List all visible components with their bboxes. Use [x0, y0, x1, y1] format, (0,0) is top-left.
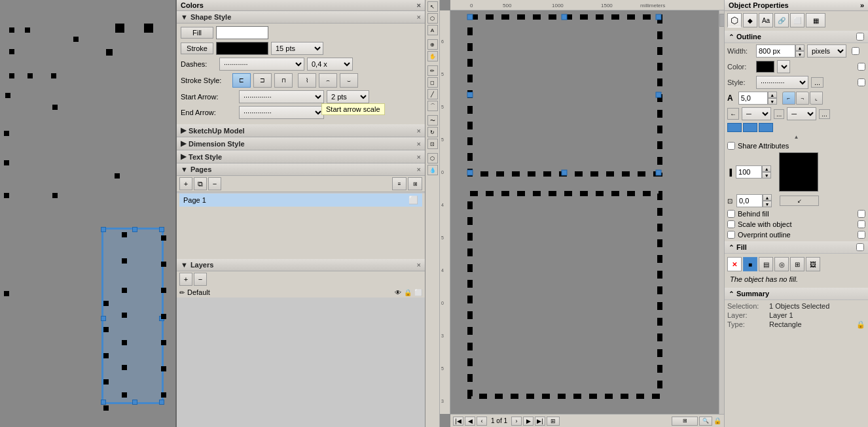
stroke-style-btn-2[interactable]: ⊐	[253, 73, 272, 88]
nav-expand-btn[interactable]: ⊞	[547, 417, 560, 426]
tool-freehand[interactable]: 〜	[427, 115, 438, 126]
right-panel-collapse[interactable]: »	[860, 1, 864, 9]
tab-link[interactable]: 🔗	[774, 13, 789, 27]
layer-eye-icon[interactable]: 👁	[395, 289, 401, 296]
stroke-width-select[interactable]: 15 pts	[271, 42, 323, 55]
fill-btn-x[interactable]: ✕	[727, 257, 742, 271]
tab-fill2[interactable]: ◆	[743, 13, 757, 27]
fill-btn-grad-radial[interactable]: ◎	[774, 257, 789, 271]
text-style-panel-header[interactable]: ▶ Text Style ×	[177, 150, 425, 163]
nav-last-btn[interactable]: ▶|	[535, 417, 545, 426]
corner-up[interactable]: ▲	[768, 92, 777, 98]
corner-down[interactable]: ▼	[768, 98, 777, 105]
fill-btn-solid[interactable]: ■	[743, 257, 757, 271]
layers-add-btn[interactable]: +	[179, 273, 192, 286]
offset-down[interactable]: ▼	[763, 201, 772, 207]
pages-add-btn[interactable]: +	[179, 177, 192, 190]
style-checkbox[interactable]	[858, 78, 865, 86]
sketchup-panel-header[interactable]: ▶ SketchUp Model ×	[177, 124, 425, 137]
behind-fill-right-checkbox[interactable]	[858, 210, 865, 218]
nav-prev2-btn[interactable]: ‹	[477, 417, 487, 426]
stroke-style-btn-3[interactable]: ⊓	[274, 73, 293, 88]
stroke-style-btn-4[interactable]: ⌇	[298, 73, 316, 88]
color-checkbox[interactable]	[858, 63, 865, 71]
pages-grid-icon[interactable]: ⊞	[408, 177, 422, 190]
outline-checkbox[interactable]	[856, 33, 864, 41]
width-down[interactable]: ▼	[795, 51, 805, 58]
tab-text[interactable]: Aa	[759, 13, 773, 27]
fill-btn-image[interactable]: 🖼	[806, 257, 820, 271]
dimension-close[interactable]: ×	[417, 140, 421, 148]
color-swatch[interactable]	[756, 61, 774, 73]
colors-close[interactable]: ×	[417, 1, 421, 9]
tool-fill[interactable]: ⬡	[427, 153, 438, 163]
layer-lock-icon[interactable]: 🔒	[404, 289, 412, 296]
overprint-right-checkbox[interactable]	[858, 231, 865, 239]
tool-crop[interactable]: ⊡	[427, 139, 438, 149]
sel-handle-tr[interactable]	[159, 227, 164, 232]
dimension-style-panel-header[interactable]: ▶ Dimension Style ×	[177, 137, 425, 150]
tool-shape[interactable]: ◻	[427, 77, 438, 88]
pages-header[interactable]: ▼ Pages ×	[177, 163, 425, 176]
style-dash-select[interactable]: ············	[756, 76, 808, 89]
pages-del-btn[interactable]: −	[208, 177, 221, 190]
width-up[interactable]: ▲	[795, 44, 805, 51]
scale-object-right-checkbox[interactable]	[858, 220, 865, 228]
layers-close[interactable]: ×	[417, 261, 421, 269]
shape-style-close[interactable]: ×	[417, 13, 421, 21]
layers-del-btn[interactable]: −	[194, 273, 207, 286]
pages-list-icon[interactable]: ≡	[392, 177, 407, 190]
pages-close[interactable]: ×	[417, 165, 421, 173]
start-arrow-pts-select[interactable]: 2 pts	[327, 90, 369, 103]
width-unit-select[interactable]: pixels mm cm pts	[807, 44, 846, 58]
sketchup-close[interactable]: ×	[417, 127, 421, 135]
sel-handle-bl[interactable]	[101, 400, 106, 405]
tool-text[interactable]: A	[427, 25, 438, 35]
nav-next2-btn[interactable]: ›	[511, 417, 522, 426]
offset-input[interactable]	[736, 194, 763, 207]
width-input[interactable]	[756, 44, 795, 58]
color-swatch-select[interactable]: ▼	[777, 60, 790, 73]
tool-zoom[interactable]: ⊕	[427, 39, 438, 50]
arrow-left-btn[interactable]: ←	[727, 108, 739, 120]
opacity-down[interactable]: ▼	[762, 172, 771, 179]
tool-pencil[interactable]: ✏	[427, 65, 438, 76]
scale-object-checkbox[interactable]	[727, 220, 735, 228]
tab-shape[interactable]: ⬡	[727, 13, 742, 27]
opacity-up[interactable]: ▲	[762, 165, 771, 172]
preview-down-btn[interactable]: ↙	[780, 196, 819, 206]
opacity-input[interactable]	[736, 165, 762, 179]
tool-pan[interactable]: ✋	[427, 51, 438, 61]
offset-up[interactable]: ▲	[763, 194, 772, 201]
zoom-fit-btn[interactable]: ⊞	[672, 417, 698, 426]
behind-fill-checkbox[interactable]	[727, 210, 735, 218]
dash-more-btn-1[interactable]: ...	[774, 109, 784, 119]
pages-dupe-btn[interactable]: ⧉	[194, 177, 207, 190]
blue-dash-2[interactable]	[743, 123, 757, 132]
dashes-value-select[interactable]: 0,4 x	[307, 58, 353, 71]
share-attributes-checkbox[interactable]	[727, 142, 735, 150]
sel-handle-tl[interactable]	[101, 227, 106, 232]
canvas-content[interactable]	[450, 10, 724, 414]
nav-prev-btn[interactable]: ◀	[465, 417, 475, 426]
stroke-style-btn-6[interactable]: ⌣	[340, 73, 358, 88]
sel-handle-tm[interactable]	[132, 227, 137, 232]
text-style-close[interactable]: ×	[417, 153, 421, 161]
tab-extra[interactable]: ▦	[806, 13, 825, 27]
corner-btn-1[interactable]: ⌐	[782, 92, 795, 105]
stroke-button[interactable]: Stroke	[181, 43, 213, 54]
overprint-checkbox[interactable]	[727, 231, 735, 239]
style-dots-btn[interactable]: ...	[811, 77, 823, 88]
dash-select-2[interactable]: ─	[787, 107, 816, 120]
tab-geom[interactable]: ⬜	[790, 13, 805, 27]
nav-first-btn[interactable]: |◀	[453, 417, 463, 426]
dashes-pattern-select[interactable]: ············	[219, 58, 304, 71]
blue-dash-3[interactable]	[759, 123, 773, 132]
tool-eyedropper[interactable]: 💧	[427, 165, 438, 175]
dash-more-btn-2[interactable]: ...	[819, 109, 829, 119]
start-arrow-select[interactable]: ··············	[239, 90, 324, 103]
sel-handle-bm[interactable]	[132, 400, 137, 405]
shape-style-header[interactable]: ▼ Shape Style ×	[177, 11, 425, 24]
fill-button[interactable]: Fill	[181, 27, 213, 39]
page-1-item[interactable]: Page 1 ⬜	[179, 194, 422, 207]
